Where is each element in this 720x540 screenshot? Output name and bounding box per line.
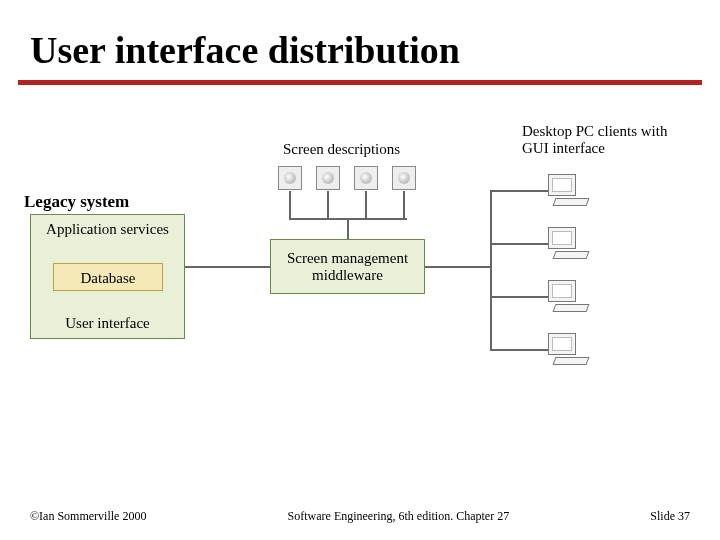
footer-copyright: ©Ian Sommerville 2000 xyxy=(30,509,146,524)
title-underline xyxy=(18,80,702,85)
terminal-icon xyxy=(354,166,378,190)
database-box: Database xyxy=(53,263,163,291)
pc-icon xyxy=(548,174,590,208)
legacy-system-label: Legacy system xyxy=(24,192,129,212)
connector-screen xyxy=(327,191,329,218)
connector-client xyxy=(490,349,548,351)
connector-screen xyxy=(403,191,405,218)
screen-descriptions-label: Screen descriptions xyxy=(283,141,400,158)
clients-label: Desktop PC clients with GUI interface xyxy=(522,123,690,157)
pc-icon xyxy=(548,280,590,314)
client-bus xyxy=(490,190,492,350)
connector-screen xyxy=(365,191,367,218)
terminal-icon xyxy=(278,166,302,190)
connector-client xyxy=(490,296,548,298)
footer-slide-number: Slide 37 xyxy=(650,509,690,524)
connector-screen xyxy=(289,191,291,218)
connector-legacy-to-middleware xyxy=(185,266,270,268)
slide-title: User interface distribution xyxy=(30,28,460,72)
application-services-label: Application services xyxy=(31,221,184,238)
diagram: Legacy system Application services Datab… xyxy=(30,130,690,410)
footer-chapter: Software Engineering, 6th edition. Chapt… xyxy=(288,509,510,524)
terminal-icon xyxy=(316,166,340,190)
legacy-system-box: Application services Database User inter… xyxy=(30,214,185,339)
footer: ©Ian Sommerville 2000 Software Engineeri… xyxy=(30,509,690,524)
connector-middleware-to-clients xyxy=(425,266,490,268)
user-interface-label: User interface xyxy=(31,315,184,332)
middleware-box: Screen management middleware xyxy=(270,239,425,294)
pc-icon xyxy=(548,227,590,261)
connector-client xyxy=(490,243,548,245)
slide: User interface distribution Legacy syste… xyxy=(0,0,720,540)
pc-icon xyxy=(548,333,590,367)
connector-client xyxy=(490,190,548,192)
connector-screens-to-middleware xyxy=(347,218,349,239)
terminal-icon xyxy=(392,166,416,190)
